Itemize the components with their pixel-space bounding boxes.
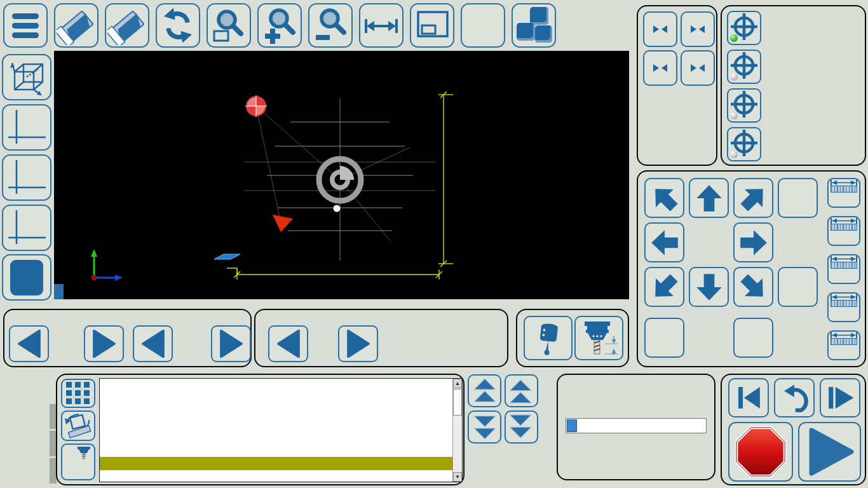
stop-button[interactable] [728, 422, 793, 482]
jog-z-step-display [778, 222, 818, 262]
reset-return-button[interactable] [774, 378, 815, 417]
gcode-line[interactable] [100, 418, 452, 431]
jog-z-minus-button[interactable] [778, 267, 818, 307]
line-down-button[interactable] [468, 410, 501, 444]
keyboard-shortcuts-button[interactable] [512, 3, 556, 48]
menu-button[interactable] [3, 3, 48, 48]
scrollbar-thumb[interactable] [453, 389, 462, 416]
step-1.0-button[interactable] [827, 292, 860, 322]
goto-zero-y-button[interactable] [727, 50, 761, 84]
jog-up-left-button[interactable] [644, 178, 684, 218]
gcode-line[interactable] [100, 431, 452, 444]
line-up-10-button[interactable] [505, 374, 538, 407]
jog-over-speed-decrease-button[interactable] [9, 325, 49, 362]
spindle-panel [254, 309, 508, 367]
jog-down-right-button[interactable] [733, 267, 773, 307]
measure-button[interactable] [359, 3, 403, 48]
probe-button[interactable] [524, 316, 573, 360]
line-down-10-button[interactable] [505, 410, 538, 444]
jog-z-plus-button[interactable] [778, 178, 818, 218]
view-3d-button[interactable] [2, 54, 51, 100]
zero-a-button[interactable] [681, 50, 715, 86]
zero-y-button[interactable] [681, 11, 715, 47]
start-button[interactable] [798, 422, 861, 482]
double-arrow-icon [831, 218, 857, 224]
zero-axes-panel [637, 5, 717, 166]
variables-button[interactable] [461, 3, 505, 48]
refresh-icon [158, 6, 198, 45]
undo-arrow-icon [778, 382, 811, 414]
view-xy-button[interactable] [2, 104, 51, 151]
tool-footprint-marker [214, 254, 240, 259]
coordinates-panel [721, 5, 866, 166]
progress-percent [566, 419, 706, 433]
jog-up-right-button[interactable] [733, 178, 773, 218]
view-zx-icon [4, 157, 50, 199]
jog-a-plus-button[interactable] [733, 318, 773, 358]
toolpath-viewport[interactable] [54, 51, 629, 299]
reload-button[interactable] [156, 3, 200, 48]
fit-view-button[interactable] [410, 3, 454, 48]
over-speed-increase-button[interactable] [211, 325, 251, 362]
rewind-to-start-button[interactable] [728, 378, 769, 417]
view-zy-button[interactable] [2, 205, 51, 251]
jog-x-plus-button[interactable] [733, 222, 773, 262]
run-from-here-button[interactable] [61, 444, 95, 480]
goto-zero-a-button[interactable] [727, 127, 761, 161]
gcode-line[interactable] [100, 470, 452, 483]
gcode-line[interactable] [100, 444, 452, 458]
mini-spindle-icon [76, 447, 93, 459]
arrow-up-right-icon [738, 182, 770, 214]
gcode-folder-icon [57, 6, 96, 45]
arrow-left-icon [649, 227, 681, 259]
gcode-list-scrollbar[interactable]: ▲ ▼ [452, 379, 462, 482]
scroll-up-button[interactable]: ▲ [453, 379, 462, 388]
arrow-down-right-icon [738, 271, 770, 303]
step-forward-button[interactable] [820, 378, 860, 417]
open-gcode-button[interactable] [54, 3, 98, 48]
spindle-speed-decrease-button[interactable] [268, 325, 308, 362]
jog-y-plus-button[interactable] [689, 178, 729, 218]
open-dxf-button[interactable] [105, 3, 149, 48]
zero-x-button[interactable] [643, 11, 677, 47]
spindle-speed-increase-button[interactable] [338, 325, 378, 362]
gcode-line[interactable] [100, 405, 452, 418]
zoom-out-button[interactable] [308, 3, 353, 48]
goto-zero-x-button[interactable] [727, 11, 761, 45]
view-zx-button[interactable] [2, 154, 51, 201]
gcode-line[interactable] [100, 379, 452, 392]
ruler-icon [831, 186, 857, 193]
origin-axes-icon [91, 249, 123, 281]
left-triangle-icon [699, 64, 705, 72]
double-arrow-icon [831, 294, 857, 300]
speed-override-panel [3, 309, 252, 367]
jog-x-minus-button[interactable] [644, 222, 684, 262]
rotate-measure-button[interactable] [61, 410, 95, 441]
step-0.1-button[interactable] [827, 254, 860, 284]
double-arrow-down-icon [471, 414, 498, 440]
arrow-right-icon [738, 227, 770, 259]
zoom-window-button[interactable] [207, 3, 251, 48]
step-set-button[interactable] [827, 178, 860, 208]
goto-zero-z-button[interactable] [727, 88, 761, 123]
grid-view-button[interactable] [61, 379, 95, 408]
step-continuous-button[interactable] [827, 330, 860, 360]
over-speed-decrease-button[interactable] [133, 325, 173, 362]
zero-xy-button[interactable] [643, 50, 677, 86]
scroll-down-button[interactable]: ▼ [453, 472, 462, 482]
jog-y-minus-button[interactable] [689, 267, 729, 307]
park-button[interactable] [2, 254, 51, 301]
gcode-line-list[interactable]: ▲ ▼ [99, 378, 463, 482]
tool-length-measure-button[interactable] [574, 316, 623, 360]
measure-icon [362, 6, 401, 45]
line-up-button[interactable] [468, 374, 501, 407]
hamburger-icon [12, 13, 39, 38]
jog-a-minus-button[interactable] [644, 318, 684, 358]
zoom-in-button[interactable] [257, 3, 302, 48]
jog-down-left-button[interactable] [644, 267, 684, 307]
gcode-line-current[interactable] [100, 457, 452, 470]
gcode-line[interactable] [100, 392, 452, 405]
jog-over-speed-increase-button[interactable] [84, 325, 124, 362]
step-0.01-button[interactable] [827, 216, 860, 246]
jog-panel [637, 170, 866, 367]
